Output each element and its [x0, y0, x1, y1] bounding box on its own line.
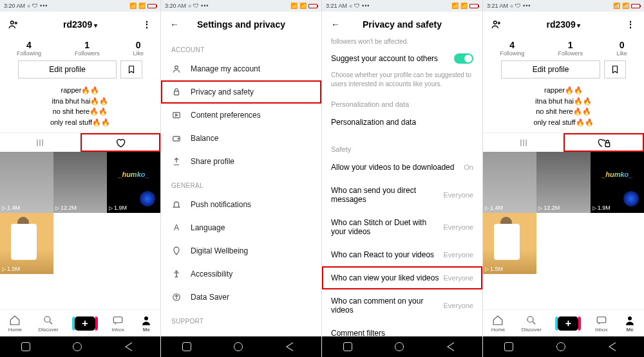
screen-settings: 3:20 AM⟐🛡••• 📶📶 ← Settings and privacy A…	[161, 0, 322, 357]
row-datasaver[interactable]: Data Saver	[161, 286, 321, 309]
row-filters[interactable]: Comment filters	[322, 322, 482, 336]
edit-profile-button[interactable]: Edit profile	[501, 60, 600, 78]
tab-liked-locked[interactable]	[564, 133, 644, 152]
row-comment[interactable]: Who can comment on your videosEveryone	[322, 289, 482, 322]
nav-create[interactable]: +	[558, 316, 578, 331]
row-balance[interactable]: Balance	[161, 127, 321, 150]
bookmark-button[interactable]	[604, 60, 626, 78]
tab-liked[interactable]	[80, 133, 161, 152]
more-icon[interactable]: ⋮	[623, 17, 638, 32]
section-account: ACCOUNT	[161, 37, 321, 57]
svg-rect-12	[605, 143, 610, 147]
video-thumb[interactable]: 1.4M	[483, 152, 536, 213]
back-button[interactable]	[447, 342, 461, 351]
video-thumb[interactable]: 1.5M	[483, 213, 536, 274]
tab-grid[interactable]	[483, 133, 564, 152]
svg-point-8	[178, 138, 179, 140]
add-friend-icon[interactable]	[489, 17, 504, 32]
row-push[interactable]: Push notifications	[161, 193, 321, 216]
back-icon[interactable]: ←	[167, 17, 182, 32]
back-button[interactable]	[609, 342, 623, 351]
row-privacy-safety[interactable]: Privacy and safety	[161, 80, 321, 104]
bookmark-button[interactable]	[120, 60, 142, 78]
row-dm[interactable]: Who can send you direct messagesEveryone	[322, 179, 482, 211]
row-share-profile[interactable]: Share profile	[161, 150, 321, 173]
home-button[interactable]	[395, 342, 404, 351]
section-safety: Safety	[322, 134, 482, 156]
more-icon[interactable]: ⋮	[140, 17, 154, 32]
back-button[interactable]	[286, 342, 300, 351]
edit-profile-button[interactable]: Edit profile	[18, 60, 117, 78]
row-download[interactable]: Allow your videos to be downloadedOn	[322, 156, 482, 179]
screen-profile-1: 3:20 AM⟐🛡••• 📶📶 rd2309 ▾ ⋮ 4Following 1F…	[0, 0, 161, 357]
bio: rapper🔥🔥 itna bhut hai🔥🔥 no shit here🔥🔥 …	[0, 84, 160, 133]
section-pers: Personalization and data	[322, 89, 482, 111]
row-language[interactable]: ALanguage	[161, 216, 321, 239]
recent-apps-button[interactable]	[343, 342, 352, 351]
row-duet[interactable]: Who can Stitch or Duet with your videosE…	[322, 211, 482, 243]
page-title: Privacy and safety	[343, 19, 462, 30]
recent-apps-button[interactable]	[504, 342, 513, 351]
stat-followers[interactable]: 1Followers	[558, 40, 583, 57]
nav-discover[interactable]: Discover	[38, 315, 58, 333]
username-title[interactable]: rd2309 ▾	[21, 19, 140, 30]
svg-rect-2	[113, 316, 122, 322]
back-icon[interactable]: ←	[328, 17, 343, 32]
video-thumb[interactable]: 12.2M	[53, 152, 107, 213]
svg-point-9	[176, 271, 177, 272]
recent-apps-button[interactable]	[182, 342, 191, 351]
video-thumb[interactable]: 1.5M	[0, 213, 53, 274]
svg-point-15	[628, 316, 632, 320]
nav-create[interactable]: +	[75, 316, 95, 331]
status-bar: 3:20 AM⟐🛡••• 📶📶	[0, 0, 160, 12]
stat-following[interactable]: 4Following	[500, 40, 524, 57]
nav-home[interactable]: Home	[491, 315, 505, 333]
section-support: SUPPORT	[161, 309, 321, 329]
row-manage-account[interactable]: Manage my account	[161, 57, 321, 80]
row-suggest[interactable]: Suggest your account to others	[322, 46, 482, 71]
bio: rapper🔥🔥 itna bhut hai🔥🔥 no shit here🔥🔥 …	[483, 84, 644, 133]
row-react[interactable]: Who can React to your videosEveryone	[322, 243, 482, 266]
add-friend-icon[interactable]	[6, 17, 21, 32]
home-button[interactable]	[556, 342, 565, 351]
tab-grid[interactable]	[0, 133, 80, 152]
video-thumb[interactable]: 12.2M	[536, 152, 590, 213]
home-button[interactable]	[73, 342, 82, 351]
stat-like[interactable]: 0Like	[133, 40, 144, 57]
svg-point-3	[144, 316, 148, 320]
row-content-pref[interactable]: Content preferences	[161, 104, 321, 127]
svg-point-13	[527, 316, 533, 322]
row-accessibility[interactable]: Accessibility	[161, 262, 321, 286]
video-thumb[interactable]: _humko_1.9M	[591, 152, 644, 213]
nav-me[interactable]: Me	[624, 315, 636, 333]
stat-followers[interactable]: 1Followers	[75, 40, 100, 57]
android-nav	[161, 336, 321, 357]
row-liked-visibility[interactable]: Who can view your liked videosEveryone	[322, 266, 482, 289]
svg-point-11	[494, 21, 497, 24]
android-nav	[483, 336, 644, 357]
android-nav	[0, 336, 160, 357]
android-nav	[322, 336, 482, 357]
username-title[interactable]: rd2309 ▾	[504, 19, 623, 30]
stat-following[interactable]: 4Following	[17, 40, 41, 57]
row-pers[interactable]: Personalization and data	[322, 111, 482, 134]
section-general: GENERAL	[161, 173, 321, 193]
back-button[interactable]	[125, 342, 139, 351]
video-thumb[interactable]: 1.4M	[0, 152, 53, 213]
recent-apps-button[interactable]	[21, 342, 30, 351]
nav-inbox[interactable]: Inbox	[111, 315, 124, 333]
status-bar: 3:20 AM⟐🛡••• 📶📶	[161, 0, 321, 12]
stat-like[interactable]: 0Like	[616, 40, 627, 57]
suggest-toggle[interactable]	[454, 53, 473, 64]
nav-me[interactable]: Me	[140, 315, 152, 333]
status-bar: 3:21 AM⟐🛡••• 📶📶	[483, 0, 644, 12]
nav-inbox[interactable]: Inbox	[595, 315, 608, 333]
nav-discover[interactable]: Discover	[522, 315, 542, 333]
video-thumb[interactable]: _humko_1.9M	[107, 152, 160, 213]
screen-profile-2: 3:21 AM⟐🛡••• 📶📶 rd2309 ▾ ⋮ 4Following 1F…	[483, 0, 644, 357]
video-grid: 1.4M 12.2M _humko_1.9M 1.5M	[483, 152, 644, 274]
nav-home[interactable]: Home	[8, 315, 22, 333]
svg-point-1	[44, 316, 50, 322]
row-wellbeing[interactable]: Digital Wellbeing	[161, 239, 321, 262]
home-button[interactable]	[234, 342, 243, 351]
